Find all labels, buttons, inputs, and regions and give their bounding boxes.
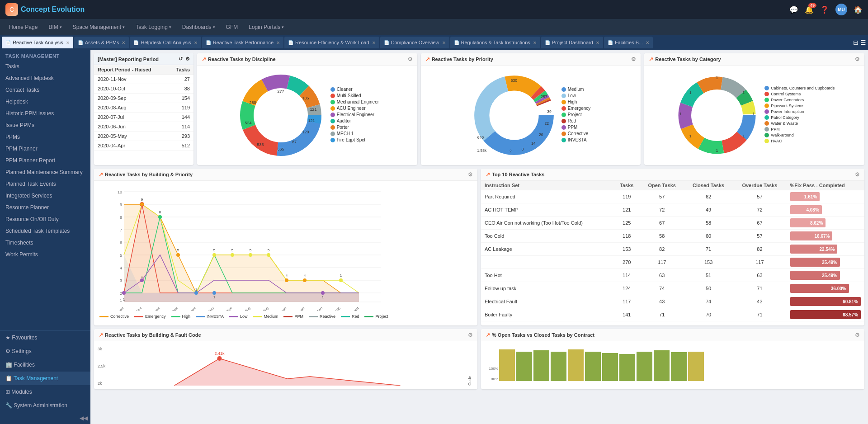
tab-helpdesk-call[interactable]: 📄 Helpdesk Call Analysis ✕	[130, 37, 201, 48]
tab-close-resource[interactable]: ✕	[372, 40, 376, 45]
nav-space-management[interactable]: Space Management ▾	[68, 22, 129, 32]
tab-close-helpdesk[interactable]: ✕	[194, 40, 198, 45]
open-cell: 72	[640, 203, 684, 217]
nav-login-portals[interactable]: Login Portals ▾	[244, 22, 288, 32]
sidebar-collapse-btn[interactable]: ◀◀	[0, 412, 90, 424]
sidebar-item-resource-duty[interactable]: Resource On/Off Duty	[0, 213, 90, 225]
sidebar-favourites[interactable]: ★ Favourites	[0, 331, 90, 344]
tab-close-proj[interactable]: ✕	[596, 40, 599, 45]
top10-table: Instruction Set Tasks Open Tasks Closed …	[481, 181, 864, 321]
sidebar-settings[interactable]: ⚙ Settings	[0, 344, 90, 358]
sidebar-item-work-permits[interactable]: Work Permits	[0, 249, 90, 260]
pct-cell: 25.49%	[787, 269, 864, 282]
help-icon[interactable]: ❓	[820, 5, 829, 14]
sidebar-item-resource-planner[interactable]: Resource Planner	[0, 202, 90, 213]
tab-close-compliance[interactable]: ✕	[442, 40, 446, 45]
col-tasks: Tasks	[168, 65, 193, 75]
svg-text:Concept House: Concept House	[141, 306, 160, 311]
nav-bim[interactable]: BIM ▾	[44, 22, 66, 32]
sidebar-item-ppms[interactable]: PPMs	[0, 131, 90, 143]
open-closed-settings-btn[interactable]: ⚙	[855, 332, 860, 338]
filter-icon[interactable]: ⊟	[853, 39, 859, 46]
svg-text:185: 185	[302, 96, 309, 100]
overdue-cell: 67	[733, 217, 786, 230]
sidebar-modules[interactable]: ⊞ Modules	[0, 385, 90, 399]
nav-gfm[interactable]: GFM	[222, 22, 243, 32]
legend-high2: High	[171, 314, 191, 319]
svg-text:CWGNS: CWGNS	[330, 306, 342, 311]
menu-icon[interactable]: ☰	[860, 39, 866, 46]
user-avatar[interactable]: MU	[835, 4, 847, 15]
svg-text:2.41k: 2.41k	[214, 351, 225, 356]
settings-icon[interactable]: ⚙	[185, 56, 190, 62]
tab-project-dashboard[interactable]: 📄 Project Dashboard ✕	[541, 37, 603, 48]
tab-compliance[interactable]: 📄 Compliance Overview ✕	[380, 37, 449, 48]
sidebar-system-admin[interactable]: 🔧 System Administration	[0, 399, 90, 412]
bar-8	[619, 354, 635, 381]
sidebar-task-management[interactable]: 📋 Task Management	[0, 372, 90, 385]
sidebar-item-historic-ppm[interactable]: Historic PPM Issues	[0, 108, 90, 119]
sidebar-item-advanced-helpdesk[interactable]: Advanced Helpdesk	[0, 72, 90, 84]
category-settings-btn[interactable]: ⚙	[855, 56, 860, 62]
sidebar-item-ppm-planner[interactable]: PPM Planner	[0, 143, 90, 155]
logo-area: C Concept Evolution	[5, 3, 85, 16]
tasks-cell: 125	[613, 217, 640, 230]
sidebar-item-planned-maint[interactable]: Planned Maintenance Summary	[0, 166, 90, 178]
tab-doc-icon4: 📄	[206, 40, 211, 45]
building-priority-settings-btn[interactable]: ⚙	[468, 171, 473, 178]
priority-settings-btn[interactable]: ⚙	[631, 56, 636, 62]
sidebar-item-contact-tasks[interactable]: Contact Tasks	[0, 84, 90, 96]
sidebar-item-scheduled-templates[interactable]: Scheduled Task Templates	[0, 225, 90, 237]
table-row: Boiler Faulty 141 71 70 71 68.57%	[481, 308, 864, 321]
tab-assets-ppms[interactable]: 📄 Assets & PPMs ✕	[74, 37, 129, 48]
open-closed-card: ↗ % Open Tasks vs Closed Tasks by Contra…	[481, 329, 864, 389]
svg-point-86	[140, 203, 144, 206]
svg-text:5: 5	[250, 248, 252, 252]
tab-reactive-task-perf[interactable]: 📄 Reactive Task Performance ✕	[202, 37, 283, 48]
col-instruction: Instruction Set	[481, 181, 613, 190]
sidebar-item-planned-events[interactable]: Planned Task Events	[0, 178, 90, 190]
legend-investa2: INVESTA	[196, 314, 224, 319]
sidebar-item-integrated[interactable]: Integrated Services	[0, 190, 90, 202]
tab-close-assets[interactable]: ✕	[122, 40, 125, 45]
tab-regulations[interactable]: 📄 Regulations & Task Instructions ✕	[450, 37, 540, 48]
messages-icon[interactable]: 💬	[789, 5, 798, 14]
nav-dashboards[interactable]: Dashboards ▾	[178, 22, 220, 32]
tab-resource-efficiency[interactable]: 📄 Resource Efficiency & Work Load ✕	[284, 37, 379, 48]
refresh-icon[interactable]: ↺	[179, 56, 183, 62]
notifications-icon[interactable]: 🔔49	[805, 5, 814, 14]
tab-reactive-task-analysis[interactable]: 📄 Reactive Task Analysis ✕	[2, 37, 73, 48]
fault-code-settings-btn[interactable]: ⚙	[468, 332, 473, 338]
sidebar-item-tasks[interactable]: Tasks	[0, 61, 90, 72]
home-icon[interactable]: 🏠	[854, 5, 863, 14]
pct-cell: 60.81%	[787, 295, 864, 308]
tab-close-regs[interactable]: ✕	[533, 40, 537, 45]
tab-facilities[interactable]: 📄 Facilities B... ✕	[604, 37, 653, 48]
table-row: Part Required 119 57 62 57 1.61%	[481, 190, 864, 203]
sidebar-item-helpdesk[interactable]: Helpdesk	[0, 96, 90, 108]
sidebar-facilities[interactable]: 🏢 Facilities	[0, 358, 90, 372]
priority-pie-area: 530 257 39 22 20 14 8 2 640 1.58k Medium…	[421, 66, 641, 165]
legend-investa: INVESTA	[561, 137, 591, 142]
category-chart-card: ↗ Reactive Tasks by Category ⚙	[644, 53, 864, 165]
tab-doc-icon6: 📄	[384, 40, 389, 45]
bottom-section: ↗ Reactive Tasks by Building & Fault Cod…	[94, 329, 864, 389]
instruction-cell	[481, 256, 613, 269]
svg-text:2: 2	[509, 149, 512, 153]
sidebar-item-issue-ppms[interactable]: Issue PPMs	[0, 119, 90, 131]
sidebar-item-ppm-planner-report[interactable]: PPM Planner Report	[0, 155, 90, 166]
nav-task-logging[interactable]: Task Logging ▾	[131, 22, 176, 32]
discipline-settings-btn[interactable]: ⚙	[408, 56, 413, 62]
top10-card: ↗ Top 10 Reactive Tasks ⚙ Instruction Se…	[481, 169, 864, 325]
tab-close-perf[interactable]: ✕	[276, 40, 280, 45]
layout: Task Management Tasks Advanced Helpdesk …	[0, 50, 868, 424]
period-cell: 2020-10-Oct	[94, 84, 168, 94]
tab-close-reactive[interactable]: ✕	[66, 40, 70, 45]
nav-home-page[interactable]: Home Page	[5, 22, 42, 32]
tab-close-fac[interactable]: ✕	[646, 40, 649, 45]
building-priority-svg: 10 9 8 7 6 5 4 3 2 1	[99, 184, 472, 311]
svg-text:4: 4	[286, 273, 288, 278]
top10-settings-btn[interactable]: ⚙	[855, 171, 860, 178]
sidebar-item-timesheets[interactable]: Timesheets	[0, 237, 90, 249]
discipline-donut-svg: 277 185 121 121 120 87 665 535 524 280	[236, 70, 326, 160]
